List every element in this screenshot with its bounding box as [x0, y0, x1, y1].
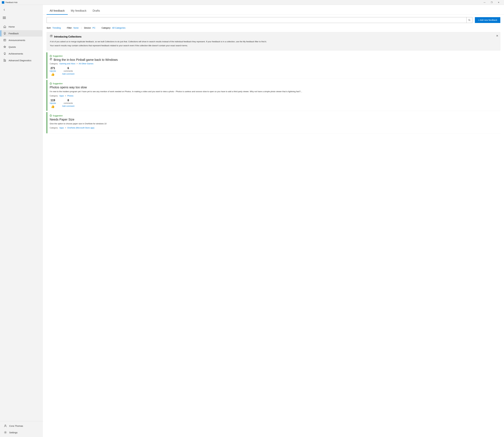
upvote-button-1[interactable]: Upvote — [50, 70, 56, 72]
suggestion-icon-3 — [50, 115, 52, 117]
vote-count-2: 119 — [51, 99, 55, 102]
feedback-vote-1: 271 Upvote 👍 — [50, 67, 56, 76]
feedback-comments-2: 8 comments Add comment — [62, 99, 74, 107]
add-comment-button-1[interactable]: Add comment — [62, 73, 74, 75]
feedback-type-1: Suggestion — [50, 55, 500, 57]
main-content: All feedback My feedback Drafts + Add ne… — [43, 5, 504, 437]
sidebar-item-label: Achievements — [9, 52, 23, 55]
filter-divider: | — [81, 27, 82, 29]
quests-icon — [3, 45, 6, 49]
suggestion-icon — [50, 55, 52, 57]
app-icon — [2, 1, 4, 4]
search-icon — [468, 19, 471, 21]
svg-rect-3 — [5, 60, 6, 61]
sidebar: Home Feedback Announcements — [0, 5, 43, 437]
search-input[interactable] — [47, 17, 466, 23]
sidebar-item-advanced-diagnostics[interactable]: Advanced Diagnostics — [1, 57, 42, 64]
tab-all-feedback[interactable]: All feedback — [47, 7, 68, 15]
user-icon — [4, 424, 7, 427]
search-button[interactable] — [466, 17, 472, 23]
sidebar-item-quests[interactable]: Quests — [1, 44, 42, 50]
category-link1-2[interactable]: Apps — [59, 95, 64, 97]
minimize-button[interactable]: — — [481, 0, 488, 5]
sidebar-item-label: Quests — [9, 46, 16, 48]
collections-banner: ✕ Introducing Collections A lot of you a… — [47, 32, 500, 50]
category-link2-2[interactable]: Photos — [67, 95, 73, 97]
sidebar-item-label: Announcements — [9, 39, 25, 41]
tab-my-feedback[interactable]: My feedback — [68, 7, 90, 15]
feedback-title-text-1: Bring the in-box Pinball game back to Wi… — [54, 58, 118, 61]
category-link1[interactable]: Gaming and Xbox — [60, 62, 75, 65]
feedback-list: Suggestion Bring the in-box Pinball game… — [43, 52, 504, 138]
category-label: Category: — [102, 27, 111, 29]
feedback-type-label-2: Suggestion — [53, 82, 63, 85]
search-box[interactable] — [47, 17, 473, 23]
feedback-category-1: Category Gaming and Xbox > All Other Gam… — [50, 62, 500, 65]
upvote-button-2[interactable]: Upvote — [50, 102, 56, 104]
maximize-button[interactable]: ❐ — [488, 0, 495, 5]
add-comment-button-2[interactable]: Add comment — [62, 105, 74, 107]
banner-title-text: Introducing Collections — [54, 35, 82, 38]
comment-count-2: 8 — [67, 99, 69, 102]
hamburger-button[interactable] — [1, 15, 7, 21]
sidebar-item-feedback[interactable]: Feedback — [1, 30, 42, 37]
add-feedback-button[interactable]: + Add new feedback — [475, 17, 501, 23]
vote-count-1: 271 — [51, 67, 55, 70]
feedback-icon — [3, 32, 6, 35]
category-prefix: Category — [50, 62, 58, 65]
sidebar-item-label: Advanced Diagnostics — [9, 59, 31, 62]
feedback-actions-2: 119 Upvote 👍 8 comments Add comment — [50, 99, 500, 108]
category-link1-3[interactable]: Apps — [59, 127, 64, 129]
suggestion-icon-2 — [50, 82, 52, 85]
tabs-bar: All feedback My feedback Drafts — [43, 5, 504, 15]
comment-label-1: comments — [64, 70, 73, 72]
sidebar-item-settings[interactable]: Settings — [1, 429, 42, 436]
thumbs-up-icon-1[interactable]: 👍 — [51, 72, 55, 76]
category-prefix-2: Category — [50, 95, 58, 97]
sidebar-item-announcements[interactable]: Announcements — [1, 37, 42, 43]
feedback-desc-2: I'm new to the insiders program yet I ha… — [50, 90, 500, 93]
category-value[interactable]: All Categories — [112, 27, 125, 29]
home-icon — [3, 25, 6, 28]
category-sep-2: > — [65, 95, 66, 97]
category-sep-3: > — [65, 127, 66, 129]
app-title: Feedback Hub — [6, 1, 18, 3]
announcements-icon — [3, 39, 6, 42]
svg-rect-9 — [50, 59, 52, 60]
category-prefix-3: Category — [50, 127, 58, 129]
filter-value[interactable]: None — [73, 27, 79, 29]
device-value[interactable]: PC — [93, 27, 95, 29]
sidebar-spacer — [0, 64, 43, 421]
close-button[interactable]: ✕ — [495, 0, 502, 5]
tab-drafts[interactable]: Drafts — [90, 7, 103, 15]
sidebar-item-achievements[interactable]: Achievements — [1, 50, 42, 57]
window-controls: — ❐ ✕ — [481, 0, 502, 5]
filter-bar: Sort: Trending Filter: None | Device: PC… — [43, 25, 504, 31]
toolbar: + Add new feedback — [43, 15, 504, 25]
back-button[interactable] — [1, 7, 7, 13]
thumbs-up-icon-2[interactable]: 👍 — [51, 105, 55, 108]
category-link2-3[interactable]: OneNote (Microsoft Store app) — [67, 127, 94, 129]
feedback-title-text-2: Photos opens way too slow — [50, 86, 87, 89]
feedback-actions-1: 271 Upvote 👍 6 comments Add comment — [50, 67, 500, 76]
banner-text-1: A lot of you asked us to merge duplicate… — [50, 40, 497, 43]
feedback-type-3: Suggestion — [50, 115, 500, 117]
feedback-title-1: Bring the in-box Pinball game back to Wi… — [50, 58, 500, 61]
svg-rect-1 — [4, 39, 6, 41]
feedback-title-3: Needs Paper Size — [50, 118, 500, 121]
sidebar-item-label: Cora Thomas — [9, 425, 23, 427]
title-bar: Feedback Hub — ❐ ✕ — [0, 0, 504, 5]
category-sep: > — [76, 62, 78, 65]
filter-label: Filter: — [67, 27, 72, 29]
category-link2[interactable]: All Other Games — [79, 62, 93, 65]
hamburger-line — [3, 17, 6, 17]
svg-point-5 — [5, 432, 6, 433]
sidebar-item-user[interactable]: Cora Thomas — [1, 423, 42, 429]
sort-value[interactable]: Trending — [52, 27, 61, 29]
feedback-type-2: Suggestion — [50, 82, 500, 85]
banner-close-button[interactable]: ✕ — [496, 34, 498, 38]
achievements-icon — [3, 52, 6, 55]
sidebar-item-label: Settings — [9, 431, 18, 434]
sidebar-item-home[interactable]: Home — [1, 23, 42, 30]
banner-text-2: Your search results may contain collecti… — [50, 44, 497, 47]
